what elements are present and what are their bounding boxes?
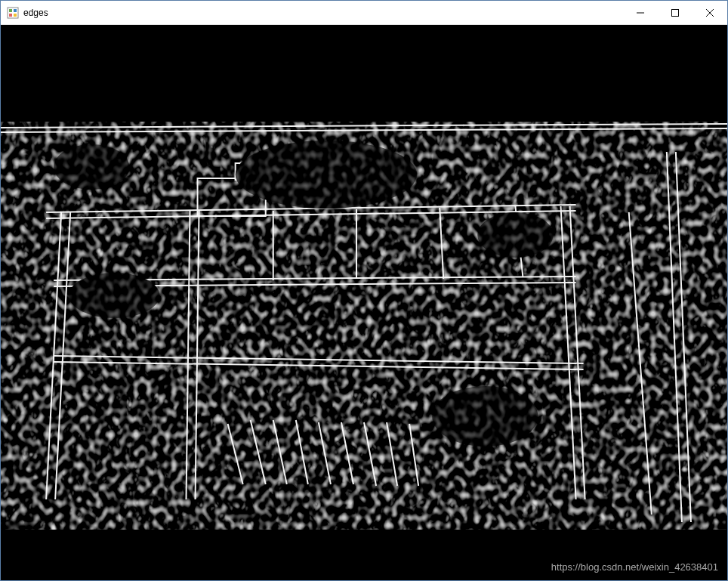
watermark-text: https://blog.csdn.net/weixin_42638401 [551,561,718,573]
edge-map-svg [1,122,727,530]
minimize-icon [637,9,644,17]
svg-rect-6 [672,9,679,16]
maximize-button[interactable] [658,1,693,24]
svg-rect-3 [9,14,12,17]
application-window: edges [0,0,728,581]
svg-rect-1 [9,9,12,12]
image-viewport [1,25,727,580]
svg-rect-2 [14,9,17,12]
window-title: edges [23,8,48,18]
window-controls [623,1,727,24]
svg-rect-4 [14,14,17,17]
titlebar[interactable]: edges [1,1,727,25]
edge-detection-output [1,122,727,530]
close-button[interactable] [693,1,727,24]
minimize-button[interactable] [623,1,658,24]
app-icon [7,7,19,19]
maximize-icon [671,9,679,17]
svg-rect-19 [1,122,727,530]
client-area: https://blog.csdn.net/weixin_42638401 [1,25,727,580]
close-icon [706,9,714,17]
